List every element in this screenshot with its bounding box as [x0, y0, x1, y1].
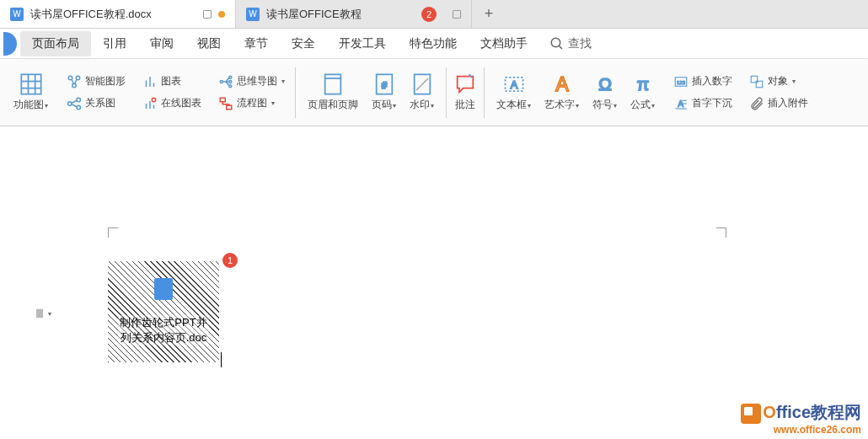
separator: [446, 67, 447, 118]
textbox-icon: A: [502, 72, 526, 96]
menu-developer[interactable]: 开发工具: [327, 31, 398, 56]
page-number-button[interactable]: #页码▾: [367, 71, 401, 114]
svg-point-22: [220, 80, 222, 83]
header-footer-button[interactable]: 页眉和页脚: [303, 71, 363, 114]
tab-doc1[interactable]: W 读书屋OFFICE教程.docx: [0, 0, 236, 28]
object-icon: [749, 74, 764, 89]
ribbon-toolbar: 功能图▾ 智能图形 关系图 图表 在线图表 思维导图▾ 流程图▾ 页眉和页脚 #…: [0, 59, 868, 126]
online-chart-button[interactable]: 在线图表: [139, 94, 205, 113]
menu-bar: 页面布局 引用 审阅 视图 章节 安全 开发工具 特色功能 文档助手 查找: [0, 29, 868, 59]
formula-icon: π: [631, 72, 655, 96]
tab-title: 读书屋OFFICE教程: [266, 7, 446, 22]
menu-security[interactable]: 安全: [280, 31, 327, 56]
relation-icon: [67, 96, 82, 111]
online-chart-icon: [142, 96, 158, 111]
tab-title: 读书屋OFFICE教程.docx: [30, 7, 196, 22]
pin-icon[interactable]: [453, 10, 461, 19]
margin-corner-icon: [108, 228, 118, 238]
svg-text:Ω: Ω: [598, 74, 612, 94]
svg-rect-28: [325, 74, 341, 94]
paperclip-icon: [749, 96, 764, 111]
bar-chart-icon: [142, 74, 158, 89]
svg-line-1: [559, 46, 562, 49]
comment-button[interactable]: 批注: [448, 71, 482, 114]
svg-point-0: [551, 38, 560, 47]
svg-point-23: [229, 76, 232, 78]
svg-point-11: [77, 98, 81, 102]
svg-rect-27: [227, 105, 232, 110]
word-doc-icon: [154, 278, 173, 300]
symbol-button[interactable]: Ω符号▾: [587, 71, 622, 114]
embedded-document[interactable]: 制作齿轮式PPT并列关系内容页.doc: [108, 261, 219, 362]
svg-point-25: [229, 84, 232, 87]
svg-text:A: A: [510, 78, 517, 91]
office-logo-icon: [741, 404, 761, 424]
smart-graphic-button[interactable]: 智能图形: [63, 72, 129, 91]
flowchart-button[interactable]: 流程图▾: [215, 94, 288, 113]
svg-point-12: [77, 105, 81, 110]
number-icon: 123: [673, 74, 689, 89]
menu-section[interactable]: 章节: [233, 31, 280, 56]
margin-corner-icon: [716, 228, 726, 238]
document-canvas[interactable]: ▾ 制作齿轮式PPT并列关系内容页.doc: [0, 126, 868, 438]
annotation-badge-2: 2: [421, 7, 437, 22]
svg-line-13: [72, 100, 77, 103]
attachment-button[interactable]: 插入附件: [746, 94, 812, 113]
svg-text:π: π: [636, 74, 649, 94]
site-url: www.office26.com: [741, 424, 861, 436]
svg-rect-2: [21, 74, 40, 94]
separator: [484, 67, 485, 118]
menu-special[interactable]: 特色功能: [398, 31, 469, 56]
tab-doc2[interactable]: W 读书屋OFFICE教程: [236, 0, 472, 28]
dropcap-button[interactable]: A首字下沉: [670, 94, 736, 113]
mindmap-icon: [218, 74, 233, 89]
svg-point-10: [68, 101, 72, 105]
svg-text:A: A: [555, 73, 569, 95]
svg-line-14: [72, 104, 77, 106]
grid-icon: [19, 72, 43, 96]
watermark-button[interactable]: 水印▾: [405, 71, 439, 114]
search-button[interactable]: 查找: [539, 31, 602, 56]
svg-point-24: [229, 80, 232, 83]
svg-rect-26: [220, 98, 225, 102]
svg-text:#: #: [381, 79, 387, 90]
menu-review[interactable]: 审阅: [138, 31, 185, 56]
embedded-filename: 制作齿轮式PPT并列关系内容页.doc: [118, 315, 208, 345]
page-icon: [34, 308, 46, 319]
header-icon: [321, 72, 345, 96]
app-menu-icon[interactable]: [3, 32, 17, 56]
wordart-button[interactable]: A艺术字▾: [539, 71, 584, 114]
search-label: 查找: [568, 36, 592, 51]
menu-assistant[interactable]: 文档助手: [469, 31, 539, 56]
smart-icon: [67, 74, 82, 89]
svg-point-9: [72, 83, 77, 88]
pin-icon[interactable]: [203, 10, 212, 19]
mindmap-button[interactable]: 思维导图▾: [215, 72, 288, 91]
text-cursor: [221, 352, 222, 367]
object-button[interactable]: 对象▾: [746, 72, 812, 91]
new-tab-button[interactable]: +: [472, 0, 506, 28]
formula-button[interactable]: π公式▾: [625, 71, 660, 114]
svg-rect-47: [36, 309, 43, 319]
site-watermark: Office教程网 www.office26.com: [741, 401, 861, 436]
word-doc-icon: W: [10, 8, 24, 21]
chart-button[interactable]: 图表: [139, 72, 205, 91]
menu-page-layout[interactable]: 页面布局: [20, 31, 91, 56]
symbol-icon: Ω: [593, 72, 617, 96]
relation-chart-button[interactable]: 关系图: [63, 94, 129, 113]
modified-dot-icon: [218, 11, 225, 18]
feature-chart-button[interactable]: 功能图▾: [8, 71, 53, 114]
watermark-icon: [410, 72, 434, 96]
textbox-button[interactable]: A文本框▾: [491, 71, 536, 114]
pagenum-icon: #: [372, 72, 396, 96]
search-icon: [549, 36, 565, 51]
insert-number-button[interactable]: 123插入数字: [670, 72, 736, 91]
word-doc-icon: W: [246, 8, 260, 21]
svg-text:123: 123: [677, 80, 686, 85]
section-handle[interactable]: ▾: [34, 308, 51, 319]
menu-references[interactable]: 引用: [91, 31, 138, 56]
svg-line-33: [416, 78, 428, 90]
menu-view[interactable]: 视图: [185, 31, 233, 56]
separator: [295, 67, 296, 118]
flowchart-icon: [218, 96, 233, 111]
